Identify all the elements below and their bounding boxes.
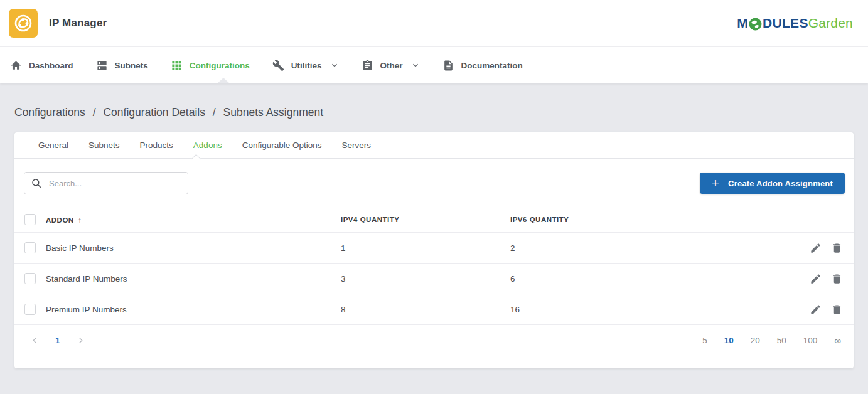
home-icon bbox=[10, 60, 22, 72]
tab-configurable-options[interactable]: Configurable Options bbox=[242, 141, 322, 150]
pagination: 1 5 10 20 50 100 ∞ bbox=[14, 324, 854, 356]
ipv4-quantity: 8 bbox=[341, 305, 510, 314]
page-number-button[interactable]: 1 bbox=[51, 336, 64, 345]
breadcrumb-part[interactable]: Configuration Details bbox=[103, 106, 205, 119]
column-header-label: ADDON bbox=[46, 216, 74, 224]
brand-text-dules: DULES bbox=[763, 16, 808, 31]
edit-button[interactable] bbox=[810, 242, 822, 254]
nav-item-label: Documentation bbox=[461, 61, 523, 70]
brand-text-m: M bbox=[737, 16, 748, 31]
page-size-20[interactable]: 20 bbox=[751, 336, 760, 345]
select-all-checkbox[interactable] bbox=[24, 214, 36, 225]
dns-icon bbox=[96, 60, 108, 72]
trash-icon bbox=[831, 242, 843, 254]
tab-bar: General Subnets Products Addons Configur… bbox=[14, 132, 854, 159]
brand-text-garden: Garden bbox=[808, 16, 853, 31]
row-checkbox[interactable] bbox=[24, 242, 36, 253]
table-header-row: ADDON↑ IPV4 QUANTITY IPV6 QUANTITY bbox=[14, 207, 854, 232]
page-size-controls: 5 10 20 50 100 ∞ bbox=[702, 335, 841, 346]
row-actions bbox=[810, 242, 854, 254]
addons-card: General Subnets Products Addons Configur… bbox=[14, 132, 854, 368]
tab-addons[interactable]: Addons bbox=[193, 141, 222, 150]
create-button-label: Create Addon Assignment bbox=[728, 179, 833, 188]
tab-products[interactable]: Products bbox=[140, 141, 173, 150]
tab-general[interactable]: General bbox=[38, 141, 68, 150]
row-actions bbox=[810, 304, 854, 316]
nav-item-configurations[interactable]: Configurations bbox=[171, 47, 261, 83]
search-box bbox=[24, 172, 188, 194]
plus-icon: + bbox=[712, 176, 719, 189]
nav-item-label: Dashboard bbox=[29, 61, 73, 70]
ipv4-quantity: 1 bbox=[341, 243, 510, 253]
ipv6-quantity: 2 bbox=[510, 243, 810, 253]
edit-button[interactable] bbox=[810, 273, 822, 285]
addons-table: ADDON↑ IPV4 QUANTITY IPV6 QUANTITY Basic… bbox=[14, 207, 854, 324]
previous-page-button[interactable] bbox=[28, 333, 42, 348]
nav-item-documentation[interactable]: Documentation bbox=[442, 47, 534, 83]
nav-item-dashboard[interactable]: Dashboard bbox=[10, 47, 85, 83]
app-logo-icon bbox=[9, 9, 38, 38]
delete-button[interactable] bbox=[831, 242, 843, 254]
nav-item-other[interactable]: Other bbox=[362, 47, 431, 83]
addon-name: Basic IP Numbers bbox=[46, 243, 341, 253]
search-icon bbox=[31, 178, 42, 189]
breadcrumb-part[interactable]: Configurations bbox=[14, 106, 85, 119]
main-nav: Dashboard Subnets Configurations Utiliti… bbox=[0, 47, 868, 83]
page-size-50[interactable]: 50 bbox=[777, 336, 786, 345]
row-actions bbox=[810, 273, 854, 285]
tab-subnets[interactable]: Subnets bbox=[88, 141, 120, 150]
sort-ascending-icon: ↑ bbox=[78, 215, 82, 225]
page-controls: 1 bbox=[28, 333, 88, 348]
nav-item-label: Other bbox=[380, 61, 403, 70]
nav-item-subnets[interactable]: Subnets bbox=[96, 47, 159, 83]
top-header: IP Manager M DULES Garden bbox=[0, 0, 868, 47]
trash-icon bbox=[831, 304, 843, 316]
row-checkbox[interactable] bbox=[24, 304, 36, 315]
edit-icon bbox=[810, 304, 822, 316]
chevron-down-icon bbox=[330, 61, 339, 70]
page-size-unlimited[interactable]: ∞ bbox=[834, 335, 841, 346]
column-header-ipv6[interactable]: IPV6 QUANTITY bbox=[510, 216, 854, 223]
column-header-addon[interactable]: ADDON↑ bbox=[46, 215, 341, 225]
nav-item-label: Utilities bbox=[291, 61, 322, 70]
content-area: Configurations / Configuration Details /… bbox=[0, 83, 868, 368]
breadcrumb: Configurations / Configuration Details /… bbox=[14, 83, 854, 119]
breadcrumb-part: Subnets Assignment bbox=[223, 106, 324, 119]
page-size-10[interactable]: 10 bbox=[724, 336, 734, 345]
row-checkbox[interactable] bbox=[24, 273, 36, 284]
create-addon-assignment-button[interactable]: + Create Addon Assignment bbox=[700, 173, 845, 194]
edit-button[interactable] bbox=[810, 304, 822, 316]
nav-item-utilities[interactable]: Utilities bbox=[272, 47, 350, 83]
nav-item-label: Configurations bbox=[190, 61, 250, 70]
table-row: Standard IP Numbers 3 6 bbox=[14, 263, 854, 294]
grid-icon bbox=[171, 60, 183, 72]
ipv6-quantity: 6 bbox=[510, 274, 810, 284]
search-input[interactable] bbox=[49, 179, 181, 188]
column-header-ipv4[interactable]: IPV4 QUANTITY bbox=[341, 216, 510, 223]
next-page-button[interactable] bbox=[73, 333, 88, 348]
addon-name: Standard IP Numbers bbox=[46, 274, 341, 284]
clipboard-icon bbox=[362, 60, 373, 72]
breadcrumb-separator: / bbox=[93, 106, 96, 119]
page-title: IP Manager bbox=[49, 17, 107, 29]
ipv4-quantity: 3 bbox=[341, 274, 510, 284]
addon-name: Premium IP Numbers bbox=[46, 305, 341, 314]
delete-button[interactable] bbox=[831, 273, 843, 285]
chevron-down-icon bbox=[411, 61, 420, 70]
toolbar: + Create Addon Assignment bbox=[14, 159, 854, 194]
edit-icon bbox=[810, 273, 822, 285]
tab-servers[interactable]: Servers bbox=[341, 141, 371, 150]
document-icon bbox=[442, 60, 454, 72]
chevron-right-icon bbox=[77, 336, 85, 344]
delete-button[interactable] bbox=[831, 304, 843, 316]
table-row: Basic IP Numbers 1 2 bbox=[14, 232, 854, 263]
page-size-5[interactable]: 5 bbox=[702, 336, 707, 345]
table-row: Premium IP Numbers 8 16 bbox=[14, 294, 854, 324]
active-nav-notch bbox=[217, 78, 230, 83]
brand-globe-icon bbox=[749, 18, 762, 31]
edit-icon bbox=[810, 242, 822, 254]
chevron-left-icon bbox=[31, 336, 39, 344]
ipv6-quantity: 16 bbox=[510, 305, 810, 314]
breadcrumb-separator: / bbox=[213, 106, 216, 119]
page-size-100[interactable]: 100 bbox=[803, 336, 818, 345]
